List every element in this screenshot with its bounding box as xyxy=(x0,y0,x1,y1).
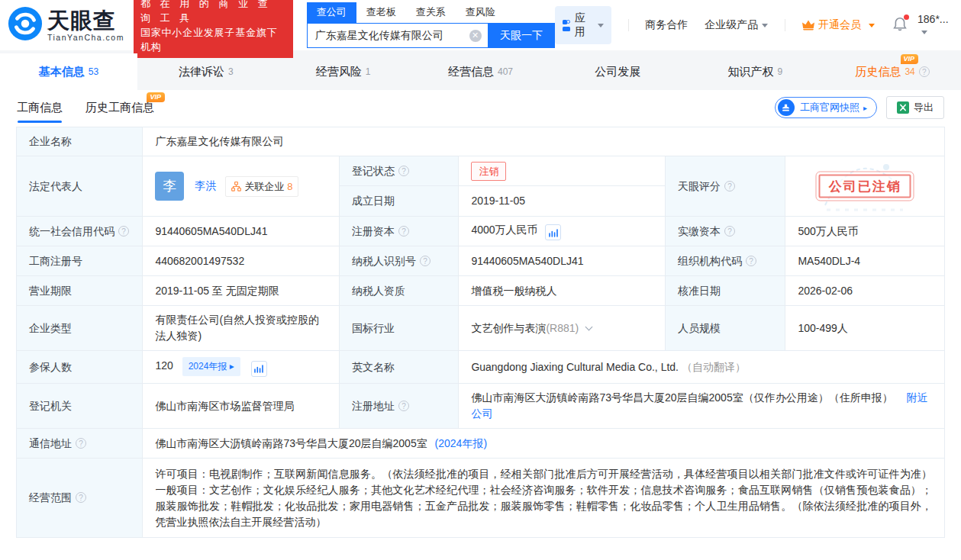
subtab-business-info[interactable]: 工商信息 xyxy=(17,90,63,125)
reg-capital-value: 4000万人民币 xyxy=(459,217,666,246)
account-menu[interactable]: 186*... xyxy=(917,13,949,37)
uscc-label: 统一社会信用代码 xyxy=(17,217,143,246)
mail-address-label: 通信地址 xyxy=(17,429,143,459)
legal-rep-name-link[interactable]: 李洪 xyxy=(195,179,216,191)
tyc-score-label: 天眼评分 xyxy=(666,156,785,217)
tab-legal-litigation[interactable]: 法律诉讼3 xyxy=(137,53,275,90)
search-tab-relation[interactable]: 查关系 xyxy=(406,2,456,23)
search-input[interactable] xyxy=(308,30,469,42)
search-button[interactable]: 天眼一下 xyxy=(489,23,555,48)
org-code-label: 组织机构代码 xyxy=(666,246,785,276)
subtab-history-business-info[interactable]: VIP 历史工商信息 xyxy=(85,90,154,125)
paid-capital-value: 500万人民币 xyxy=(785,217,945,246)
taxpayer-id-value: 91440605MA540DLJ41 xyxy=(459,246,666,276)
table-row: 营业期限 2019-11-05 至 无固定期限 纳税人资质 增值税一般纳税人 核… xyxy=(17,276,945,306)
business-info-table: 企业名称 广东嘉星文化传媒有限公司 法定代表人 李 李洪 xyxy=(0,125,961,538)
notifications-bell[interactable] xyxy=(893,17,907,34)
help-icon[interactable] xyxy=(724,226,735,237)
table-row: 企业类型 有限责任公司(自然人投资或控股的法人独资) 国标行业 文艺创作与表演(… xyxy=(17,306,945,351)
official-snapshot-button[interactable]: 工商官网快照 ▸ xyxy=(775,97,877,118)
vip-badge: VIP xyxy=(901,54,919,64)
reg-address-value: 佛山市南海区大沥镇岭南路73号华昌大厦20层自编2005室（仅作办公用途）（住所… xyxy=(459,384,945,429)
tab-operation-info[interactable]: 经营信息407 xyxy=(412,53,550,90)
org-code-value: MA540DLJ-4 xyxy=(785,246,945,276)
notification-dot xyxy=(904,14,909,20)
search-tabs: 查公司 查老板 查关系 查风险 xyxy=(307,2,555,23)
scope-label: 经营范围 xyxy=(17,459,143,538)
help-icon[interactable] xyxy=(919,66,930,77)
tianyancha-logo[interactable]: 天眼查 TianYanCha.com xyxy=(8,6,124,44)
help-icon[interactable] xyxy=(746,256,756,266)
slogan-line1: 都 在 用 的 商 业 查 询 工 具 xyxy=(140,0,286,25)
tab-intellectual-property[interactable]: 知识产权9 xyxy=(686,53,824,90)
help-icon[interactable] xyxy=(76,438,86,449)
chevron-down-icon xyxy=(598,24,604,27)
table-row: 登记机关 佛山市南海区市场监督管理局 注册地址 佛山市南海区大沥镇岭南路73号华… xyxy=(17,384,945,429)
account-phone: 186*... xyxy=(917,13,948,25)
legal-rep-avatar[interactable]: 李 xyxy=(155,172,184,201)
menu-business-cooperation[interactable]: 商务合作 xyxy=(645,18,688,32)
menu-open-vip[interactable]: 开通会员 xyxy=(802,18,875,32)
est-date-label: 成立日期 xyxy=(340,186,459,217)
crown-icon xyxy=(802,20,814,31)
table-row: 参保人数 120 2024年报 ▸ 英文名称 Guangdong Jiaxing… xyxy=(17,351,945,384)
related-companies-tag[interactable]: 关联企业 8 xyxy=(225,176,298,197)
help-icon[interactable] xyxy=(76,492,86,503)
company-type-label: 企业类型 xyxy=(17,306,143,351)
tab-basic-info[interactable]: 基本信息53 xyxy=(0,53,137,90)
top-header: 天眼查 TianYanCha.com 都 在 用 的 商 业 查 询 工 具 国… xyxy=(0,0,961,50)
industry-value: 文艺创作与表演(R881) xyxy=(459,306,666,351)
company-name-label: 企业名称 xyxy=(17,127,143,156)
reg-no-label: 工商注册号 xyxy=(17,246,143,276)
clear-search-icon[interactable]: ✕ xyxy=(469,30,482,42)
apps-grid-icon xyxy=(563,20,570,31)
search-tab-risk[interactable]: 查风险 xyxy=(456,2,505,23)
annual-report-badge[interactable]: 2024年报 ▸ xyxy=(182,357,240,376)
reg-no-value: 440682001497532 xyxy=(143,246,340,276)
company-type-value: 有限责任公司(自然人投资或控股的法人独资) xyxy=(143,306,340,351)
mail-address-value: 佛山市南海区大沥镇岭南路73号华昌大厦20层自编2005室 (2024年报) xyxy=(143,429,945,459)
status-badge: 注销 xyxy=(471,162,506,181)
export-button[interactable]: 导出 xyxy=(886,96,944,119)
apps-menu[interactable]: 应用 xyxy=(555,6,611,44)
chevron-down-icon xyxy=(921,31,927,34)
help-icon[interactable] xyxy=(398,226,409,237)
slogan-line2: 国家中小企业发展子基金旗下机构 xyxy=(140,25,286,54)
staff-size-value: 100-499人 xyxy=(785,306,945,351)
menu-enterprise-products[interactable]: 企业级产品 xyxy=(705,18,768,32)
legal-rep-cell: 李 李洪 关联企业 8 xyxy=(143,156,340,217)
est-date-value: 2019-11-05 xyxy=(459,186,666,217)
insured-label: 参保人数 xyxy=(17,351,143,384)
taxpayer-id-label: 纳税人识别号 xyxy=(340,246,459,276)
chevron-down-icon[interactable] xyxy=(585,323,593,330)
term-value: 2019-11-05 至 无固定期限 xyxy=(143,276,340,306)
approval-date-label: 核准日期 xyxy=(666,276,785,306)
help-icon[interactable] xyxy=(118,226,129,237)
insured-trend-chart-icon[interactable] xyxy=(251,361,267,377)
help-icon[interactable] xyxy=(398,401,409,411)
annual-report-link[interactable]: (2024年报) xyxy=(435,437,487,449)
capital-trend-chart-icon[interactable] xyxy=(545,224,561,240)
help-icon[interactable] xyxy=(420,256,431,266)
reg-address-label: 注册地址 xyxy=(340,384,459,429)
company-cancelled-stamp: 公司已注销 xyxy=(819,175,911,198)
table-row: 统一社会信用代码 91440605MA540DLJ41 注册资本 4000万人民… xyxy=(17,217,945,246)
brand-name: 天眼查 xyxy=(47,9,124,32)
tab-operation-risk[interactable]: 经营风险1 xyxy=(275,53,412,90)
help-icon[interactable] xyxy=(724,181,735,191)
approval-date-value: 2026-02-06 xyxy=(785,276,945,306)
tab-history-info[interactable]: VIP 历史信息34 xyxy=(824,53,961,90)
help-icon[interactable] xyxy=(398,166,409,176)
table-row: 通信地址 佛山市南海区大沥镇岭南路73号华昌大厦20层自编2005室 (2024… xyxy=(17,429,945,459)
brand-domain: TianYanCha.com xyxy=(47,33,124,42)
divider xyxy=(628,19,629,31)
org-chart-icon xyxy=(231,182,241,191)
reg-capital-label: 注册资本 xyxy=(340,217,459,246)
table-row: 法定代表人 李 李洪 关联企业 8 xyxy=(17,156,945,186)
en-name-label: 英文名称 xyxy=(340,351,459,384)
search-tab-boss[interactable]: 查老板 xyxy=(356,2,406,23)
search-tab-company[interactable]: 查公司 xyxy=(307,2,356,23)
insured-value: 120 2024年报 ▸ xyxy=(143,351,340,384)
tab-company-development[interactable]: 公司发展 xyxy=(549,53,686,90)
vip-badge: VIP xyxy=(147,92,165,102)
